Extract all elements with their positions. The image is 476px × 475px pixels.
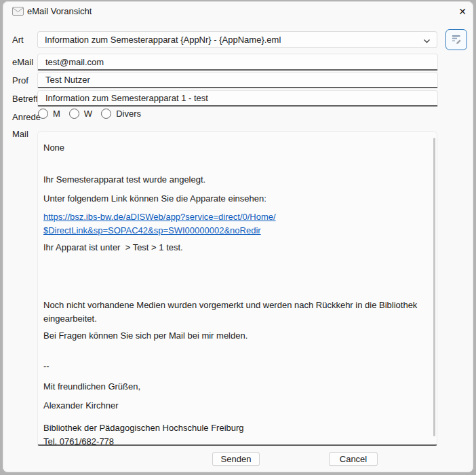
edit-template-button[interactable]	[445, 29, 467, 50]
mail-label: Mail	[12, 129, 28, 139]
close-button[interactable]: ✕	[453, 3, 472, 20]
prof-input[interactable]	[37, 72, 438, 88]
mail-paragraph: Noch nicht vorhandene Medien wurden vorg…	[43, 299, 420, 326]
mail-paragraph: Alexander Kirchner	[43, 399, 420, 413]
semesterapparat-link[interactable]: https://bsz.ibs-bw.de/aDISWeb/app?servic…	[43, 210, 276, 238]
mail-envelope-icon	[12, 7, 24, 16]
mail-paragraph: Ihr Apparat ist unter > Test > 1 test.	[43, 241, 420, 254]
mail-paragraph: Ihr Semesterapparat test wurde angelegt.	[43, 173, 420, 187]
window-title: eMail Voransicht	[27, 6, 92, 16]
radio-label-w: W	[84, 109, 92, 119]
betreff-label: Betreff	[12, 94, 38, 104]
email-label: eMail	[12, 57, 33, 67]
art-combobox-value: Information zum Semesterapparat {AppNr} …	[45, 35, 281, 45]
mail-paragraph: Unter folgendem Link können Sie die Appa…	[43, 192, 420, 206]
art-combobox[interactable]: Information zum Semesterapparat {AppNr} …	[37, 31, 437, 48]
chevron-down-icon	[423, 37, 431, 47]
email-input[interactable]	[37, 54, 438, 71]
mail-signature-separator: --	[43, 360, 420, 373]
anrede-radio-group: M W Divers	[38, 108, 141, 119]
mail-scrollbar[interactable]	[433, 138, 435, 436]
anrede-radio-divers[interactable]: Divers	[101, 109, 141, 119]
radio-unchecked-icon	[38, 109, 48, 119]
mail-paragraph: Bibliothek der Pädagogischen Hochschule …	[43, 421, 420, 446]
edit-list-icon	[451, 33, 462, 47]
mail-paragraph: Mit freundlichen Grüßen,	[43, 380, 420, 394]
anrede-radio-w[interactable]: W	[69, 109, 92, 119]
anrede-radio-m[interactable]: M	[38, 109, 60, 119]
mail-body-area[interactable]: None Ihr Semesterapparat test wurde ange…	[37, 131, 437, 446]
anrede-label: Anrede	[12, 112, 41, 122]
radio-unchecked-icon	[69, 109, 79, 119]
art-label: Art	[12, 35, 24, 45]
screenshot-frame: eMail Voransicht ✕ Art Information zum S…	[0, 0, 476, 475]
mail-paragraph: Bei Fragen können Sie sich per Mail bei …	[43, 329, 420, 343]
send-button[interactable]: Senden	[212, 452, 260, 466]
radio-unchecked-icon	[101, 109, 111, 119]
cancel-button[interactable]: Cancel	[329, 452, 378, 466]
radio-label-divers: Divers	[116, 109, 141, 119]
radio-label-m: M	[53, 109, 60, 119]
mail-paragraph: None	[43, 141, 420, 155]
prof-label: Prof	[12, 75, 28, 86]
betreff-input[interactable]	[37, 90, 438, 107]
